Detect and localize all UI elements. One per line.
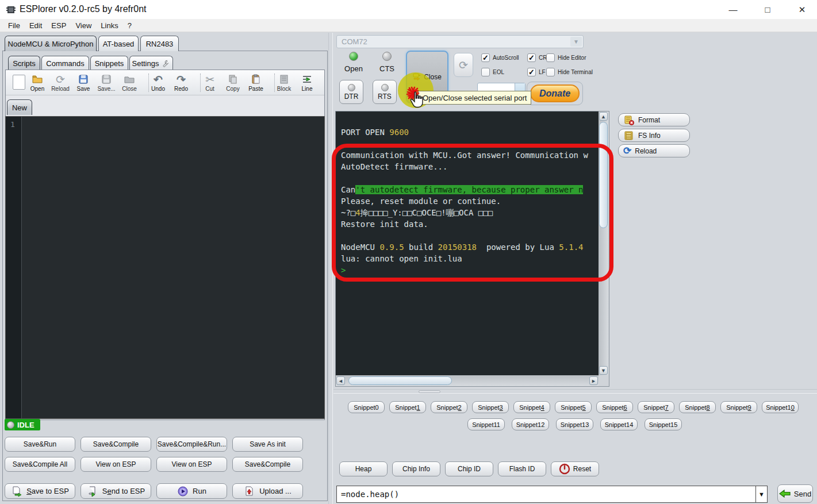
- reload-button[interactable]: ⟳Reload: [618, 144, 690, 157]
- save-run-button[interactable]: Save&Run: [5, 437, 75, 452]
- snippet-button-11[interactable]: Snippet11: [467, 418, 505, 430]
- snippet-button-13[interactable]: Snippet13: [556, 418, 593, 430]
- firmware-tab-2[interactable]: RN2483: [140, 36, 179, 51]
- send-button[interactable]: Send: [777, 484, 813, 503]
- minimize-button[interactable]: —: [720, 0, 746, 19]
- line-icon: [301, 74, 313, 85]
- checkbox-hide-editor[interactable]: Hide Editor: [546, 53, 586, 62]
- snippet-button-7[interactable]: Snippet7: [638, 401, 674, 413]
- snippet-button-14[interactable]: Snippet14: [600, 418, 638, 430]
- code-editor[interactable]: 1: [5, 116, 325, 419]
- firmware-tab-1[interactable]: AT-based: [98, 36, 139, 51]
- donate-button[interactable]: Donate: [530, 84, 580, 102]
- menu-links[interactable]: Links: [96, 20, 122, 31]
- snippet-button-15[interactable]: Snippet15: [645, 418, 682, 430]
- save-compile-run--button[interactable]: Save&Compile&Run...: [156, 437, 227, 452]
- snippet-button-12[interactable]: Snippet12: [512, 418, 549, 430]
- checkbox-hide-terminal[interactable]: Hide Terminal: [546, 68, 593, 76]
- floppy-icon: [78, 74, 89, 85]
- scissors-icon: ✂: [205, 74, 214, 85]
- save-as-init-button[interactable]: Save As init: [232, 437, 303, 452]
- line-toolbar-button[interactable]: Line: [296, 71, 319, 94]
- run-icon: [177, 486, 189, 497]
- tab-commands[interactable]: Commands: [41, 56, 89, 71]
- tab-settings[interactable]: Settings: [129, 56, 173, 71]
- upload--button[interactable]: Upload ...: [232, 483, 303, 499]
- snippet-button-10[interactable]: Snippet10: [762, 401, 799, 413]
- command-input[interactable]: =node.heap(): [336, 486, 756, 503]
- checkbox-eol[interactable]: EOL: [481, 68, 504, 76]
- reload-icon: ⟳: [56, 74, 65, 85]
- com-port-select[interactable]: COM72 ▼: [336, 35, 584, 48]
- snippet-button-3[interactable]: Snippet3: [472, 401, 509, 413]
- save-to-esp-button[interactable]: Save to ESP: [5, 483, 75, 499]
- snippet-button-9[interactable]: Snippet9: [720, 401, 757, 413]
- scroll-right-icon[interactable]: ►: [589, 376, 598, 385]
- send-label: Send: [794, 490, 811, 498]
- reload-toolbar-button[interactable]: ⟳Reload: [49, 71, 72, 94]
- save-compile-button[interactable]: Save&Compile: [80, 437, 151, 452]
- undo-toolbar-button[interactable]: ↶Undo: [147, 71, 170, 94]
- save-compile-all-button[interactable]: Save&Compile All: [5, 457, 75, 472]
- heap-button[interactable]: Heap: [339, 461, 388, 476]
- wrench-icon: [160, 59, 170, 68]
- menu-view[interactable]: View: [71, 20, 96, 31]
- tab-snippets[interactable]: Snippets: [90, 56, 128, 71]
- save-compile-button[interactable]: Save&Compile: [232, 457, 303, 472]
- donate-label: Donate: [539, 89, 570, 99]
- checkbox-lf[interactable]: ✓LF: [527, 68, 546, 76]
- checkbox-autoscroll[interactable]: ✓AutoScroll: [481, 53, 519, 62]
- rts-button[interactable]: RTS: [373, 80, 397, 104]
- view-on-esp-button[interactable]: View on ESP: [156, 457, 227, 472]
- editor-toolbar: Open⟳ReloadSaveSave...Close↶Undo↷Redo✂Cu…: [6, 70, 324, 95]
- redo-toolbar-button[interactable]: ↷Redo: [170, 71, 193, 94]
- refresh-ports-button[interactable]: ⟳: [454, 53, 473, 77]
- hscroll-thumb[interactable]: [348, 376, 452, 385]
- copy-toolbar-button[interactable]: Copy: [221, 71, 244, 94]
- snippet-button-1[interactable]: Snippet1: [389, 401, 426, 413]
- dtr-button[interactable]: DTR: [339, 80, 363, 104]
- snippet-button-0[interactable]: Snippet0: [348, 401, 385, 413]
- snippet-button-4[interactable]: Snippet4: [513, 401, 550, 413]
- menu-esp[interactable]: ESP: [47, 20, 71, 31]
- firmware-tab-0[interactable]: NodeMCU & MicroPython: [5, 36, 97, 51]
- snippet-button-5[interactable]: Snippet5: [555, 401, 592, 413]
- format-button[interactable]: Format: [618, 113, 690, 126]
- chip-id-button[interactable]: Chip ID: [445, 461, 493, 476]
- send-to-esp-button[interactable]: Send to ESP: [80, 483, 151, 499]
- status-led-icon: [7, 421, 14, 429]
- maximize-button[interactable]: □: [754, 0, 781, 19]
- snippet-button-8[interactable]: Snippet8: [679, 401, 716, 413]
- close-window-button[interactable]: ✕: [789, 0, 815, 19]
- paste-toolbar-button[interactable]: Paste: [244, 71, 267, 94]
- snippet-button-2[interactable]: Snippet2: [431, 401, 467, 413]
- run-button[interactable]: Run: [156, 483, 227, 499]
- reset-button[interactable]: Reset: [551, 461, 599, 476]
- terminal-hscrollbar[interactable]: ◄ ►: [336, 375, 599, 386]
- editor-tab-new[interactable]: New: [7, 99, 32, 115]
- flash-id-button[interactable]: Flash ID: [498, 461, 546, 476]
- new-file-icon[interactable]: [13, 75, 25, 90]
- chip-info-button[interactable]: Chip Info: [392, 461, 440, 476]
- save-toolbar-button[interactable]: Save: [72, 71, 95, 94]
- scroll-left-icon[interactable]: ◄: [336, 376, 345, 385]
- save-toolbar-button[interactable]: Save...: [95, 71, 118, 94]
- tab-scripts[interactable]: Scripts: [8, 56, 40, 71]
- terminal-splitter[interactable]: [333, 389, 817, 394]
- snippet-button-6[interactable]: Snippet6: [596, 401, 633, 413]
- scroll-up-icon[interactable]: ▲: [599, 112, 608, 121]
- menu-[interactable]: ?: [123, 20, 136, 31]
- view-on-esp-button[interactable]: View on ESP: [80, 457, 151, 472]
- fs-info-button[interactable]: FS Info: [618, 129, 690, 142]
- status-badge: IDLE: [5, 419, 40, 430]
- scroll-down-icon[interactable]: ▼: [599, 366, 608, 375]
- cut-toolbar-button[interactable]: ✂Cut: [198, 71, 221, 94]
- checkbox-cr[interactable]: ✓CR: [527, 53, 547, 62]
- command-history-dropdown[interactable]: ▼: [755, 486, 768, 503]
- menu-file[interactable]: File: [3, 20, 25, 31]
- splitter-handle[interactable]: [419, 390, 440, 393]
- close-toolbar-button[interactable]: Close: [118, 71, 141, 94]
- menu-edit[interactable]: Edit: [25, 20, 47, 31]
- block-toolbar-button[interactable]: Block: [273, 71, 296, 94]
- open-toolbar-button[interactable]: Open: [26, 71, 49, 94]
